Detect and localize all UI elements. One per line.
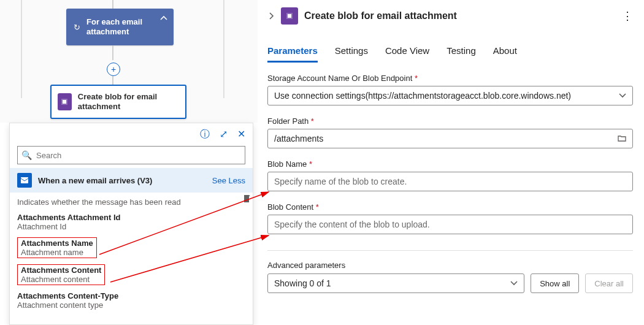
blob-content-input[interactable]: Specify the content of the blob to uploa… [267,215,633,234]
blob-content-field: Blob Content Specify the content of the … [267,202,633,234]
dynamic-item-name: Attachments Content-Type [17,291,245,300]
dynamic-item-sub: Attachment content [21,275,101,284]
details-header: Create blob for email attachment ⋮ [267,4,633,28]
see-less-link[interactable]: See Less [212,176,245,185]
blob-name-field: Blob Name Specify name of the blob to cr… [267,159,633,191]
folder-path-input[interactable]: /attachments [267,129,633,148]
tab-about[interactable]: About [493,45,517,63]
storage-account-dropdown[interactable]: Use connection settings(https://attachme… [267,86,633,105]
tab-parameters[interactable]: Parameters [267,45,318,63]
parameters-form: Storage Account Name Or Blob Endpoint Us… [267,74,633,293]
storage-account-field: Storage Account Name Or Blob Endpoint Us… [267,74,633,105]
highlight-box: Attachments Name Attachment name [17,237,97,258]
dynamic-item-attachment-content[interactable]: Attachments Content Attachment content [17,264,245,285]
search-input[interactable] [35,147,245,163]
create-blob-card[interactable]: Create blob for email attachment [50,85,186,119]
clear-all-button: Clear all [585,273,633,293]
info-icon[interactable]: ⓘ [200,128,210,141]
dynamic-item-name: Attachments Name [21,239,93,248]
blob-content-label: Blob Content [267,202,633,212]
details-title: Create blob for email attachment [304,10,457,21]
tabs: Parameters Settings Code View Testing Ab… [267,45,633,63]
blob-name-label: Blob Name [267,159,633,169]
chevron-right-icon[interactable] [267,12,275,20]
advanced-parameters-dropdown[interactable]: Showing 0 of 1 [267,273,524,293]
svg-rect-0 [21,177,28,183]
container-border-left [21,0,22,98]
close-icon[interactable]: ✕ [237,128,245,141]
trigger-label: When a new email arrives (V3) [38,176,152,185]
connector-line [112,0,113,9]
foreach-card[interactable]: ↻ For each email attachment [66,9,174,45]
advanced-parameters-value: Showing 0 of 1 [274,278,331,288]
folder-path-label: Folder Path [267,117,633,126]
azure-blob-icon [58,93,72,110]
chevron-up-icon[interactable] [160,15,167,24]
advanced-parameters-label: Advanced parameters [267,250,633,270]
dynamic-item-attachment-id[interactable]: Attachments Attachment Id Attachment Id [17,213,245,231]
dynamic-content-panel: ⓘ ⤢ ✕ 🔍 When a new email arrives (V3) Se… [9,123,253,325]
expand-icon[interactable]: ⤢ [220,128,228,141]
blob-content-placeholder: Specify the content of the blob to uploa… [274,220,430,229]
search-box[interactable]: 🔍 [17,146,245,164]
tab-settings[interactable]: Settings [335,45,368,63]
blob-name-placeholder: Specify name of the blob to create. [274,177,407,186]
chevron-down-icon[interactable] [510,278,518,288]
dynamic-item-sub: Attachment Id [17,222,245,231]
advanced-parameters-row: Showing 0 of 1 Show all Clear all [267,273,633,293]
container-border-right [223,0,224,98]
add-action-button[interactable]: + [107,63,120,76]
dynamic-item-name: Attachments Content [21,266,101,275]
folder-path-field: Folder Path /attachments [267,117,633,148]
azure-blob-icon [281,7,298,25]
tab-testing[interactable]: Testing [447,45,476,63]
storage-account-label: Storage Account Name Or Blob Endpoint [267,74,633,83]
flow-canvas: ↻ For each email attachment + Create blo… [0,0,258,123]
outlook-icon [17,173,32,188]
prev-item-description: Indicates whether the message has been r… [17,197,245,207]
dynamic-item-name: Attachments Attachment Id [17,213,245,222]
folder-picker-icon[interactable] [618,134,626,144]
chevron-down-icon[interactable] [619,91,626,101]
more-icon[interactable]: ⋮ [622,9,633,23]
trigger-group-header[interactable]: When a new email arrives (V3) See Less [10,168,253,193]
scrollbar-thumb[interactable] [244,195,249,202]
connector-line [112,76,113,85]
folder-path-value: /attachments [274,134,323,143]
picker-toolbar: ⓘ ⤢ ✕ [10,123,253,146]
highlight-box: Attachments Content Attachment content [17,264,105,285]
dynamic-item-attachment-content-type[interactable]: Attachments Content-Type Attachment cont… [17,291,245,310]
connector-line [112,45,113,63]
dynamic-item-sub: Attachment name [21,248,93,257]
details-panel: Create blob for email attachment ⋮ Param… [258,0,644,325]
search-icon: 🔍 [18,150,35,160]
loop-icon: ↻ [74,23,80,32]
create-blob-title: Create blob for email attachment [78,92,179,112]
picker-body: Indicates whether the message has been r… [10,195,253,316]
dynamic-item-sub: Attachment content type [17,300,245,310]
tab-code-view[interactable]: Code View [385,45,429,63]
storage-account-value: Use connection settings(https://attachme… [274,91,571,101]
show-all-button[interactable]: Show all [531,273,579,293]
dynamic-item-attachment-name[interactable]: Attachments Name Attachment name [17,237,245,258]
blob-name-input[interactable]: Specify name of the blob to create. [267,172,633,191]
foreach-title: For each email attachment [86,17,166,37]
